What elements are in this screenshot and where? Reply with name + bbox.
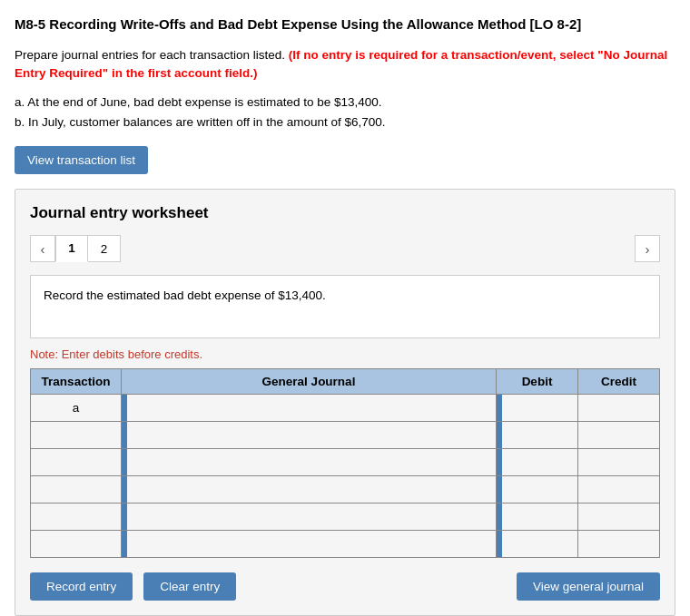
transaction-cell-1 [31, 422, 122, 449]
blue-indicator [122, 422, 127, 448]
general-journal-input-3[interactable] [122, 476, 496, 503]
transaction-item-a: a. At the end of June, bad debt expense … [15, 93, 675, 113]
debit-input-0[interactable] [497, 395, 577, 421]
blue-indicator [122, 504, 127, 530]
general-journal-input-2[interactable] [122, 449, 496, 475]
debit-input-4[interactable] [497, 504, 577, 530]
blue-indicator [497, 422, 502, 448]
debit-cell-4[interactable] [497, 504, 578, 531]
header-transaction: Transaction [31, 369, 122, 395]
credit-cell-1[interactable] [578, 422, 660, 449]
transaction-cell-0: a [31, 395, 122, 422]
credit-cell-2[interactable] [578, 449, 660, 476]
table-row [31, 531, 660, 558]
debit-cell-0[interactable] [497, 395, 578, 422]
table-row [31, 449, 660, 476]
debit-input-1[interactable] [497, 422, 577, 448]
table-row [31, 476, 660, 504]
blue-indicator [122, 449, 127, 475]
debit-cell-3[interactable] [497, 476, 578, 504]
instructions-main: Prepare journal entries for each transac… [15, 48, 285, 62]
transaction-item-b: b. In July, customer balances are writte… [15, 112, 675, 133]
page-title: M8-5 Recording Write-Offs and Bad Debt E… [15, 15, 675, 34]
blue-indicator [497, 476, 502, 503]
credit-cell-3[interactable] [578, 476, 660, 504]
debit-cell-5[interactable] [497, 531, 578, 558]
note-text: Note: Enter debits before credits. [30, 347, 660, 361]
general-journal-cell-4[interactable] [122, 504, 497, 531]
journal-table: Transaction General Journal Debit Credit… [30, 368, 660, 558]
next-tab-button[interactable]: › [635, 235, 660, 262]
general-journal-cell-0[interactable] [122, 395, 497, 422]
debit-cell-2[interactable] [497, 449, 578, 476]
debit-input-5[interactable] [497, 531, 577, 557]
header-credit: Credit [578, 369, 660, 395]
instruction-box: Record the estimated bad debt expense of… [30, 275, 660, 338]
table-header-row: Transaction General Journal Debit Credit [31, 369, 660, 395]
tab-2[interactable]: 2 [88, 235, 121, 262]
debit-input-3[interactable] [497, 476, 577, 503]
header-general-journal: General Journal [122, 369, 497, 395]
record-entry-button[interactable]: Record entry [30, 572, 133, 601]
transactions-list: a. At the end of June, bad debt expense … [15, 93, 675, 134]
credit-input-2[interactable] [578, 449, 659, 475]
credit-input-0[interactable] [578, 395, 659, 421]
debit-input-2[interactable] [497, 449, 577, 475]
blue-indicator [122, 531, 127, 557]
general-journal-cell-3[interactable] [122, 476, 497, 504]
credit-input-4[interactable] [578, 504, 659, 530]
blue-indicator [497, 531, 502, 557]
credit-input-5[interactable] [578, 531, 659, 557]
view-transaction-button[interactable]: View transaction list [15, 146, 148, 174]
blue-indicator [122, 395, 127, 421]
credit-cell-4[interactable] [578, 504, 660, 531]
tab-navigation: ‹ 1 2 › [30, 235, 660, 262]
blue-indicator [497, 449, 502, 475]
general-journal-cell-1[interactable] [122, 422, 497, 449]
general-journal-input-1[interactable] [122, 422, 496, 448]
general-journal-input-0[interactable] [122, 395, 496, 421]
table-row [31, 422, 660, 449]
worksheet-title: Journal entry worksheet [30, 204, 660, 222]
credit-input-3[interactable] [578, 476, 659, 503]
transaction-cell-4 [31, 504, 122, 531]
prev-tab-button[interactable]: ‹ [30, 235, 55, 262]
table-row [31, 504, 660, 531]
tab-1[interactable]: 1 [55, 235, 88, 262]
credit-cell-0[interactable] [578, 395, 660, 422]
general-journal-input-5[interactable] [122, 531, 496, 557]
general-journal-cell-5[interactable] [122, 531, 497, 558]
blue-indicator [122, 476, 127, 503]
table-row: a [31, 395, 660, 422]
header-debit: Debit [497, 369, 578, 395]
general-journal-cell-2[interactable] [122, 449, 497, 476]
worksheet-container: Journal entry worksheet ‹ 1 2 › Record t… [15, 189, 675, 616]
buttons-row: Record entry Clear entry View general jo… [30, 572, 660, 601]
instruction-text: Record the estimated bad debt expense of… [44, 288, 326, 302]
view-general-journal-button[interactable]: View general journal [517, 572, 660, 601]
credit-cell-5[interactable] [578, 531, 660, 558]
blue-indicator [497, 504, 502, 530]
credit-input-1[interactable] [578, 422, 659, 448]
transaction-cell-2 [31, 449, 122, 476]
general-journal-input-4[interactable] [122, 504, 496, 530]
transaction-cell-3 [31, 476, 122, 504]
blue-indicator [497, 395, 502, 421]
clear-entry-button[interactable]: Clear entry [143, 572, 236, 601]
transaction-cell-5 [31, 531, 122, 558]
debit-cell-1[interactable] [497, 422, 578, 449]
instructions: Prepare journal entries for each transac… [15, 46, 675, 83]
